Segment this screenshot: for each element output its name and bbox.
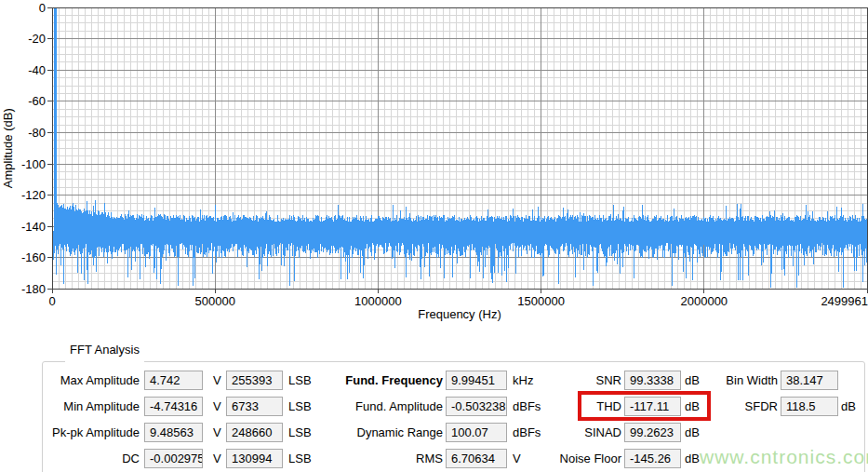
min-amplitude-v-field[interactable]: -4.74316 [144,397,203,416]
sfdr-unit: dB [841,397,856,416]
max-amplitude-lsb-unit: LSB [288,371,312,390]
bin-width-label: Bin Width [690,371,778,390]
sinad-label: SINAD [527,423,621,442]
pk-pk-amplitude-lsb-field[interactable]: 248660 [226,423,283,442]
y-tick-label: -160 [21,250,46,264]
min-amplitude-lsb-unit: LSB [288,397,312,416]
x-axis-title: Frequency (Hz) [418,307,501,321]
y-tick-label: -80 [28,126,46,140]
fund-amplitude-field[interactable]: -0.503238 [446,397,507,416]
dc-label: DC [33,449,140,468]
fft-analyzer-window: 0-20-40-60-80-100-120-140-160-1800500000… [0,0,868,472]
y-tick-label: -120 [21,188,46,202]
fund-amplitude-label: Fund. Amplitude [324,397,443,416]
bin-width-field[interactable]: 38.147 [781,371,838,390]
max-amplitude-lsb-field[interactable]: 255393 [226,371,283,390]
min-amplitude-v-unit: V [213,397,221,416]
max-amplitude-label: Max Amplitude [33,371,140,390]
sinad-field[interactable]: 99.2623 [624,423,681,442]
sfdr-field[interactable]: 118.5 [781,397,838,416]
dynamic-range-label: Dynamic Range [324,423,443,442]
x-tick-label: 1500000 [517,294,565,308]
pk-pk-amplitude-v-unit: V [213,423,221,442]
pk-pk-amplitude-v-field[interactable]: 9.48563 [144,423,203,442]
pk-pk-amplitude-lsb-unit: LSB [288,423,312,442]
rms-label: RMS [324,449,443,468]
rms-unit: V [513,449,521,468]
dc-lsb-field[interactable]: 130994 [226,449,283,468]
x-tick-label: 2499961 [821,294,868,308]
y-tick-label: 0 [39,1,46,15]
y-tick-label: -100 [21,157,46,171]
dc-v-field[interactable]: -0.002975 [144,449,203,468]
noise-floor-field[interactable]: -145.26 [624,449,681,468]
x-tick-label: 500000 [195,294,235,308]
fund-frequency-field[interactable]: 9.99451 [446,371,507,390]
y-tick-label: -60 [28,94,46,108]
y-tick-label: -40 [28,63,46,77]
min-amplitude-lsb-field[interactable]: 6733 [226,397,283,416]
x-tick-label: 0 [48,294,55,308]
y-axis-title: Amplitude (dB) [1,108,15,188]
dc-v-unit: V [213,449,221,468]
snr-label: SNR [527,371,621,390]
fft-analysis-legend: FFT Analysis [65,343,144,363]
pk-pk-amplitude-label: Pk-pk Amplitude [33,423,140,442]
snr-field[interactable]: 99.3338 [624,371,681,390]
x-tick-label: 2000000 [680,294,728,308]
min-amplitude-label: Min Amplitude [33,397,140,416]
noise-floor-unit: dB [685,449,700,468]
rms-field[interactable]: 6.70634 [446,449,507,468]
max-amplitude-v-unit: V [213,371,221,390]
fft-spectrum-chart: 0-20-40-60-80-100-120-140-160-1800500000… [0,0,868,328]
x-tick-label: 1000000 [354,294,402,308]
y-tick-label: -140 [21,220,46,234]
thd-highlight-rectangle [578,391,711,421]
y-tick-label: -20 [28,32,46,46]
dynamic-range-field[interactable]: 100.07 [446,423,507,442]
y-tick-label: -180 [21,282,46,296]
max-amplitude-v-field[interactable]: 4.742 [144,371,203,390]
dc-lsb-unit: LSB [288,449,312,468]
noise-floor-label: Noise Floor [527,449,621,468]
sinad-unit: dB [685,423,700,442]
fund-frequency-label: Fund. Frequency [324,371,443,390]
watermark: www.cntronics.com [700,446,868,468]
